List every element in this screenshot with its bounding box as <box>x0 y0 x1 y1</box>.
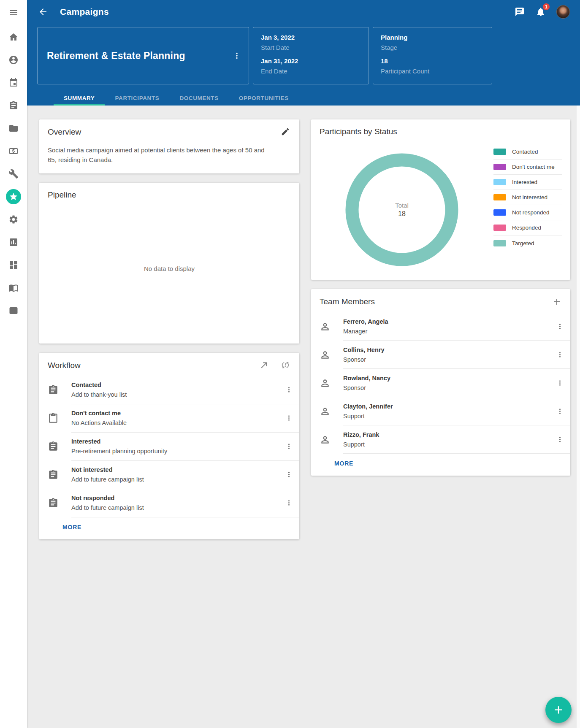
campaign-hero: Campaigns 1 Retireme <box>27 0 580 106</box>
campaign-info-cards: Retirement & Estate Planning Jan 3, 2022… <box>37 27 570 84</box>
tab-documents[interactable]: DOCUMENTS <box>169 90 228 106</box>
team-members-more-button[interactable]: MORE <box>328 456 360 471</box>
donut-total-label: Total <box>395 202 409 209</box>
dollar-card-icon[interactable] <box>8 146 19 156</box>
team-member-name: Collins, Henry <box>343 346 553 353</box>
team-member-row: Ferrero, Angela Manager <box>311 312 570 341</box>
sync-problem-icon[interactable] <box>281 360 291 371</box>
team-member-name: Ferrero, Angela <box>343 318 553 325</box>
open-workflow-arrow-icon[interactable] <box>260 360 270 371</box>
user-avatar[interactable] <box>556 5 570 19</box>
participants-donut-chart[interactable]: Total 18 <box>345 153 458 266</box>
workflow-item-kebab-icon[interactable] <box>282 497 295 509</box>
legend-swatch <box>493 149 506 155</box>
team-member-kebab-icon[interactable] <box>553 348 566 361</box>
workflow-item-kebab-icon[interactable] <box>282 412 295 425</box>
legend-item[interactable]: Contacted <box>493 144 562 160</box>
workflow-item-kebab-icon[interactable] <box>282 384 295 396</box>
pipeline-title: Pipeline <box>48 190 76 200</box>
team-member-role: Manager <box>343 328 553 335</box>
tab-summary[interactable]: SUMMARY <box>54 90 105 106</box>
legend-item[interactable]: Don't contact me <box>493 160 562 175</box>
team-member-kebab-icon[interactable] <box>553 376 566 389</box>
workflow-item-kebab-icon[interactable] <box>282 440 295 453</box>
person-outline-icon <box>320 406 331 417</box>
content-area: Overview Social media campaign aimed at … <box>27 106 580 549</box>
team-member-kebab-icon[interactable] <box>553 405 566 417</box>
legend-item[interactable]: Not interested <box>493 190 562 205</box>
overview-description: Social media campaign aimed at potential… <box>39 143 274 173</box>
workflow-item-title: Not interested <box>71 466 282 473</box>
workflow-item-title: Contacted <box>71 382 282 388</box>
workflow-item-subtitle: Add to thank-you list <box>71 391 282 398</box>
stage-label: Stage <box>381 44 484 51</box>
participants-chart-title: Participants by Status <box>320 127 397 136</box>
wrench-icon[interactable] <box>8 169 19 179</box>
clipboard-tasks-icon[interactable] <box>8 100 19 111</box>
workflow-row: Interested Pre-retirement planning oppor… <box>39 433 299 461</box>
notifications-bell-icon[interactable]: 1 <box>535 6 546 17</box>
star-campaigns-icon-active[interactable] <box>6 189 21 204</box>
tab-participants[interactable]: PARTICIPANTS <box>105 90 169 106</box>
tab-opportunities[interactable]: OPPORTUNITIES <box>229 90 299 106</box>
team-member-row: Collins, Henry Sponsor <box>311 341 570 369</box>
workflow-item-subtitle: Pre-retirement planning opportunity <box>71 448 282 455</box>
workflow-more-button[interactable]: MORE <box>56 520 88 534</box>
add-fab-button[interactable] <box>545 697 572 723</box>
team-member-name: Clayton, Jennifer <box>343 403 553 410</box>
participant-count-value: 18 <box>381 57 484 65</box>
stage-value: Planning <box>381 34 484 41</box>
legend-swatch <box>493 240 506 246</box>
clipboard-filled-icon <box>48 384 59 395</box>
account-circle-icon[interactable] <box>8 55 19 65</box>
add-team-member-icon[interactable] <box>552 297 562 307</box>
card-panel-icon[interactable] <box>8 306 19 316</box>
team-member-row: Rizzo, Frank Support <box>311 425 570 454</box>
team-member-name: Rizzo, Frank <box>343 431 553 438</box>
edit-pencil-icon[interactable] <box>281 127 291 137</box>
bar-chart-icon[interactable] <box>8 237 19 247</box>
pipeline-empty-message: No data to display <box>39 205 299 344</box>
back-arrow-icon[interactable] <box>38 7 48 17</box>
clipboard-filled-icon <box>48 498 59 509</box>
end-date-label: End Date <box>261 68 361 75</box>
gear-settings-icon[interactable] <box>8 214 19 225</box>
appbar: Campaigns 1 <box>27 0 580 24</box>
workflow-row: Not responded Add to future campaign lis… <box>39 489 299 517</box>
legend-swatch <box>493 164 506 170</box>
folder-icon[interactable] <box>8 123 19 133</box>
chat-icon[interactable] <box>514 6 525 17</box>
team-member-kebab-icon[interactable] <box>553 433 566 446</box>
team-member-kebab-icon[interactable] <box>553 320 566 333</box>
page-title: Campaigns <box>60 7 109 17</box>
calendar-icon[interactable] <box>8 78 19 88</box>
workflow-card: Workflow <box>39 353 299 539</box>
workflow-item-subtitle: No Actions Available <box>71 419 282 426</box>
workflow-item-title: Interested <box>71 438 282 445</box>
legend-item[interactable]: Interested <box>493 175 562 190</box>
legend-item[interactable]: Targeted <box>493 235 562 251</box>
workflow-item-kebab-icon[interactable] <box>282 468 295 481</box>
campaign-kebab-menu-icon[interactable] <box>232 51 242 61</box>
campaign-name-card: Retirement & Estate Planning <box>37 27 249 84</box>
chart-legend: Contacted Don't contact me Interested No… <box>493 144 562 251</box>
workflow-title: Workflow <box>48 361 81 370</box>
legend-item[interactable]: Responded <box>493 220 562 235</box>
team-member-role: Sponsor <box>343 356 553 363</box>
person-outline-icon <box>320 378 331 389</box>
start-date-value: Jan 3, 2022 <box>261 34 361 41</box>
pipeline-card: Pipeline No data to display <box>39 183 299 344</box>
main-area: Campaigns 1 Retireme <box>27 0 580 728</box>
open-book-icon[interactable] <box>8 283 19 293</box>
clipboard-filled-icon <box>48 441 59 452</box>
dashboard-grid-icon[interactable] <box>8 260 19 270</box>
scrollbar-track[interactable] <box>577 106 580 728</box>
person-outline-icon <box>320 434 331 445</box>
legend-item[interactable]: Not responded <box>493 205 562 220</box>
start-date-label: Start Date <box>261 44 361 51</box>
overview-title: Overview <box>48 127 81 137</box>
overview-card: Overview Social media campaign aimed at … <box>39 119 299 173</box>
legend-swatch <box>493 194 506 200</box>
hamburger-menu-icon[interactable] <box>8 8 19 18</box>
home-icon[interactable] <box>8 32 19 42</box>
